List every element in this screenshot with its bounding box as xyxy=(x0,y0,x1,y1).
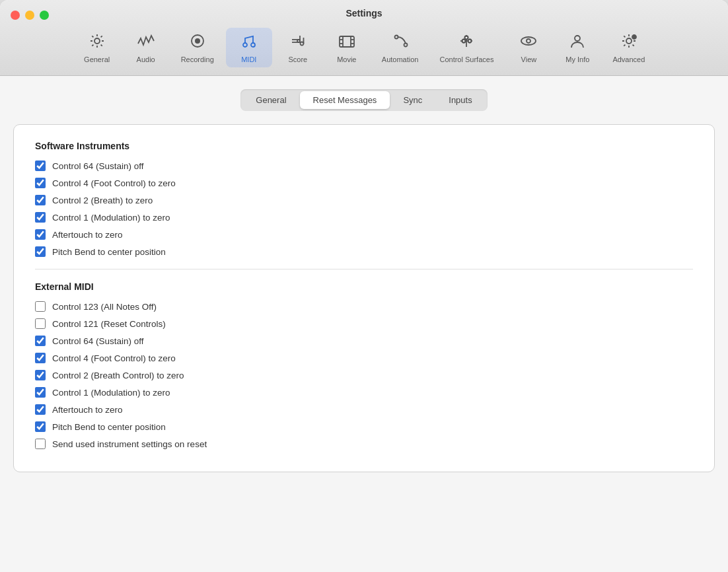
em-item-7: Aftertouch to zero xyxy=(35,404,693,415)
toolbar-item-movie[interactable]: Movie xyxy=(324,28,370,67)
svg-point-19 xyxy=(404,44,407,47)
audio-icon xyxy=(137,32,155,53)
toolbar-item-general[interactable]: General xyxy=(74,28,120,67)
em-checkbox-9[interactable] xyxy=(35,439,46,449)
automation-icon xyxy=(391,32,410,53)
tab-reset-messages[interactable]: Reset Messages xyxy=(300,91,390,109)
em-checkbox-5[interactable] xyxy=(35,370,46,380)
em-checkbox-8[interactable] xyxy=(35,421,46,432)
toolbar-label-midi: MIDI xyxy=(241,55,256,63)
toolbar-item-recording[interactable]: Recording xyxy=(172,28,223,67)
si-item-5: Aftertouch to zero xyxy=(35,229,693,240)
em-item-3: Control 64 (Sustain) off xyxy=(35,336,693,346)
settings-panel: Software Instruments Control 64 (Sustain… xyxy=(13,124,715,472)
tab-sync[interactable]: Sync xyxy=(390,91,435,109)
si-checkbox-1[interactable] xyxy=(35,161,46,171)
score-icon xyxy=(289,32,307,53)
si-item-3: Control 2 (Breath) to zero xyxy=(35,195,693,205)
tab-inputs[interactable]: Inputs xyxy=(435,91,485,109)
content-area: General Reset Messages Sync Inputs Softw… xyxy=(0,76,728,572)
si-label-6: Pitch Bend to center position xyxy=(52,247,166,257)
si-item-4: Control 1 (Modulation) to zero xyxy=(35,212,693,223)
svg-point-30 xyxy=(575,36,580,41)
control-surfaces-icon xyxy=(457,32,476,53)
em-label-1: Control 123 (All Notes Off) xyxy=(52,302,157,312)
toolbar-item-audio[interactable]: Audio xyxy=(123,28,169,67)
si-item-1: Control 64 (Sustain) off xyxy=(35,161,693,171)
em-label-5: Control 2 (Breath Control) to zero xyxy=(52,371,184,380)
em-checkbox-1[interactable] xyxy=(35,301,46,312)
close-button[interactable] xyxy=(11,11,20,20)
toolbar-label-audio: Audio xyxy=(137,55,155,63)
em-checkbox-2[interactable] xyxy=(35,318,46,329)
svg-point-2 xyxy=(195,38,200,44)
toolbar-item-score[interactable]: Score xyxy=(275,28,321,67)
toolbar-item-midi[interactable]: MIDI xyxy=(226,28,272,67)
em-checkbox-3[interactable] xyxy=(35,336,46,346)
tabs-bar: General Reset Messages Sync Inputs xyxy=(240,89,487,111)
em-checkbox-6[interactable] xyxy=(35,387,46,398)
svg-point-0 xyxy=(94,38,100,44)
title-bar: Settings General Audio xyxy=(0,0,728,76)
em-label-9: Send used instrument settings on reset xyxy=(52,439,207,449)
toolbar-label-advanced: Advanced xyxy=(612,55,645,63)
toolbar-item-advanced[interactable]: Advanced xyxy=(603,28,654,67)
em-label-3: Control 64 (Sustain) off xyxy=(52,336,144,346)
em-label-6: Control 1 (Modulation) to zero xyxy=(52,388,170,398)
toolbar-label-control-surfaces: Control Surfaces xyxy=(439,55,493,63)
toolbar-label-automation: Automation xyxy=(382,55,419,63)
svg-point-33 xyxy=(633,36,635,38)
si-label-5: Aftertouch to zero xyxy=(52,230,123,240)
em-label-4: Control 4 (Foot Control) to zero xyxy=(52,353,176,363)
svg-point-31 xyxy=(626,38,632,44)
em-label-7: Aftertouch to zero xyxy=(52,405,123,415)
si-checkbox-4[interactable] xyxy=(35,212,46,223)
recording-icon xyxy=(188,32,207,53)
toolbar-label-movie: Movie xyxy=(337,55,356,63)
svg-point-18 xyxy=(394,36,398,39)
external-midi-title: External MIDI xyxy=(35,281,693,292)
toolbar: General Audio Recordi xyxy=(61,25,668,75)
em-checkbox-7[interactable] xyxy=(35,404,46,415)
svg-point-29 xyxy=(527,39,530,43)
my-info-icon xyxy=(568,32,587,53)
midi-icon xyxy=(240,32,258,53)
si-label-1: Control 64 (Sustain) off xyxy=(52,161,144,171)
em-label-8: Pitch Bend to center position xyxy=(52,422,166,432)
si-checkbox-2[interactable] xyxy=(35,178,46,188)
si-checkbox-6[interactable] xyxy=(35,246,46,257)
movie-icon xyxy=(338,32,356,53)
si-checkbox-3[interactable] xyxy=(35,195,46,205)
svg-point-3 xyxy=(243,43,247,47)
em-checkbox-4[interactable] xyxy=(35,353,46,363)
em-item-1: Control 123 (All Notes Off) xyxy=(35,301,693,312)
window-controls xyxy=(11,11,49,20)
em-item-9: Send used instrument settings on reset xyxy=(35,439,693,449)
settings-window: Settings General Audio xyxy=(0,0,728,572)
em-item-6: Control 1 (Modulation) to zero xyxy=(35,387,693,398)
minimize-button[interactable] xyxy=(25,11,34,20)
si-checkbox-5[interactable] xyxy=(35,229,46,240)
advanced-icon xyxy=(620,32,638,53)
si-item-6: Pitch Bend to center position xyxy=(35,246,693,257)
em-item-8: Pitch Bend to center position xyxy=(35,421,693,432)
view-icon xyxy=(519,32,538,53)
tab-general[interactable]: General xyxy=(242,91,299,109)
toolbar-label-my-info: My Info xyxy=(565,55,589,63)
svg-point-28 xyxy=(521,37,536,45)
toolbar-label-view: View xyxy=(521,55,537,63)
si-label-3: Control 2 (Breath) to zero xyxy=(52,196,153,205)
svg-rect-11 xyxy=(340,36,354,47)
section-divider xyxy=(35,269,693,269)
toolbar-item-automation[interactable]: Automation xyxy=(373,28,428,67)
software-instruments-title: Software Instruments xyxy=(35,141,693,151)
em-item-2: Control 121 (Reset Controls) xyxy=(35,318,693,329)
toolbar-item-my-info[interactable]: My Info xyxy=(554,28,601,67)
toolbar-label-recording: Recording xyxy=(181,55,214,63)
svg-point-4 xyxy=(251,43,255,47)
window-title: Settings xyxy=(346,8,382,18)
toolbar-item-view[interactable]: View xyxy=(505,28,552,67)
toolbar-item-control-surfaces[interactable]: Control Surfaces xyxy=(430,28,503,67)
toolbar-label-score: Score xyxy=(288,55,307,63)
maximize-button[interactable] xyxy=(40,11,49,20)
